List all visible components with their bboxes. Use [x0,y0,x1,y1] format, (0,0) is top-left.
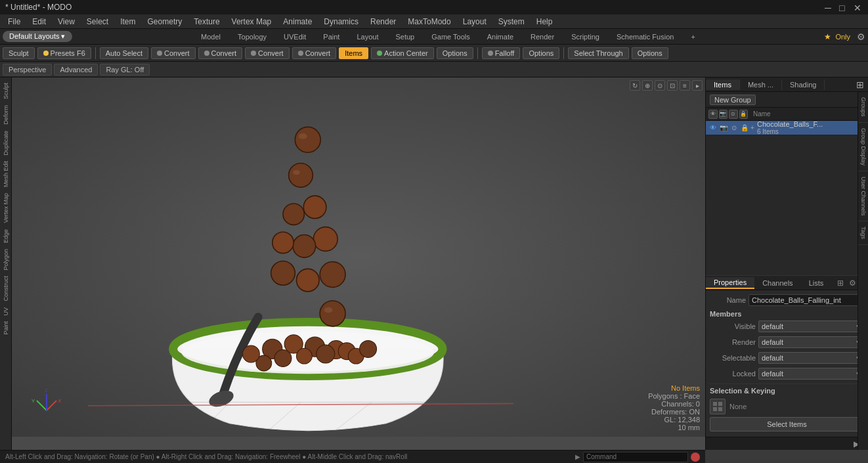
props-render-dropdown[interactable]: default ▼ [758,336,864,348]
vp-ctrl-settings[interactable]: ≡ [680,80,690,91]
props-expand-btn[interactable]: ⊞ [835,278,846,288]
left-tab-paint[interactable]: Paint [2,319,10,338]
cmd-record-btn[interactable] [691,452,700,462]
side-tab-tags[interactable]: Tags [858,221,868,245]
options-button-2[interactable]: Options [523,47,559,59]
convert-button-4[interactable]: Convert [292,47,337,59]
menu-layout[interactable]: Layout [458,16,492,28]
left-tab-sculpt[interactable]: Sculpt [2,80,10,102]
side-tab-user-channels[interactable]: User Channels [858,171,868,222]
tab-paint[interactable]: Paint [315,32,347,42]
tab-schematic-fusion[interactable]: Schematic Fusion [609,32,682,42]
item-select-icon[interactable]: ⊙ [729,123,739,133]
props-selectable-dropdown[interactable]: default ▼ [758,352,864,364]
action-center-button[interactable]: Action Center [371,47,434,59]
tab-game-tools[interactable]: Game Tools [423,32,478,42]
menu-help[interactable]: Help [531,16,558,28]
menu-render[interactable]: Render [365,16,401,28]
rp-expand-btn[interactable]: ⊞ [852,79,868,90]
new-group-button[interactable]: New Group [710,95,756,105]
falloff-button[interactable]: Falloff [482,47,521,59]
vp-ctrl-pan[interactable]: ⊕ [642,80,653,91]
side-tab-group-display[interactable]: Group Display [858,123,868,171]
viewport[interactable]: X Y Z No Items Polygons : Face Channels:… [12,77,705,450]
viewport-advanced[interactable]: Advanced [54,64,98,76]
menu-edit[interactable]: Edit [27,16,51,28]
convert-button-3[interactable]: Convert [245,47,290,59]
minimize-button[interactable]: ─ [825,3,834,12]
side-tab-groups[interactable]: Groups [858,92,868,123]
menu-animate[interactable]: Animate [278,16,317,28]
rp-tab-mesh[interactable]: Mesh ... [740,79,782,90]
tab-animate[interactable]: Animate [479,32,521,42]
item-add-icon[interactable]: + [750,124,754,131]
rp-tab-items[interactable]: Items [706,79,740,90]
left-tab-polygon[interactable]: Polygon [2,246,10,273]
left-tab-uv[interactable]: UV [2,305,10,319]
left-tab-edge[interactable]: Edge [2,227,10,246]
menu-texture[interactable]: Texture [188,16,225,28]
tab-topology[interactable]: Topology [230,32,274,42]
menu-system[interactable]: System [493,16,530,28]
gear-icon[interactable]: ⚙ [857,32,865,42]
tab-add[interactable]: + [683,32,703,42]
sel-icon-box[interactable] [710,399,726,414]
col-lock-icon[interactable]: 🔒 [739,110,749,119]
col-eye-icon[interactable]: 👁 [708,110,718,119]
menu-file[interactable]: File [3,16,26,28]
tab-render[interactable]: Render [523,32,562,42]
convert-button-1[interactable]: Convert [151,47,196,59]
item-lock-icon[interactable]: 🔒 [740,123,749,133]
vp-ctrl-frame[interactable]: ⊡ [667,80,678,91]
tab-scripting[interactable]: Scripting [563,32,607,42]
panel-expand-bottom[interactable]: ▶▶ [706,437,868,450]
items-button[interactable]: Items [339,47,368,59]
maximize-button[interactable]: □ [839,3,848,12]
select-through-button[interactable]: Select Through [568,47,628,59]
viewport-ray-off[interactable]: Ray GL: Off [100,64,150,76]
item-render-icon[interactable]: 📷 [719,123,728,133]
props-name-input[interactable] [749,294,864,306]
vp-ctrl-zoom[interactable]: ⊙ [655,80,665,91]
items-list[interactable]: 👁 📷 ⊙ 🔒 + Chocolate_Balls_F... 6 Items [706,121,868,275]
col-render-icon[interactable]: 📷 [719,110,728,119]
tab-layout[interactable]: Layout [349,32,386,42]
command-input[interactable] [583,452,688,462]
convert-button-2[interactable]: Convert [198,47,243,59]
sculpt-button[interactable]: Sculpt [3,47,35,59]
list-item[interactable]: 👁 📷 ⊙ 🔒 + Chocolate_Balls_F... 6 Items [706,121,868,135]
menu-dynamics[interactable]: Dynamics [318,16,364,28]
presets-button[interactable]: Presets F6 [37,47,91,59]
props-tab-lists[interactable]: Lists [801,278,832,288]
left-tab-mesh-edit[interactable]: Mesh Edit [2,158,10,190]
default-layouts-button[interactable]: Default Layouts ▾ [3,31,72,42]
left-tab-vertex-map[interactable]: Vertex Map [2,190,10,226]
vp-ctrl-more[interactable]: ▸ [692,80,703,91]
menu-select[interactable]: Select [81,16,114,28]
left-tab-duplicate[interactable]: Duplicate [2,128,10,158]
props-tab-channels[interactable]: Channels [754,278,800,288]
col-select-icon[interactable]: ⊙ [729,110,738,119]
menu-vertex-map[interactable]: Vertex Map [227,16,277,28]
item-eye-icon[interactable]: 👁 [708,123,718,133]
tab-model[interactable]: Model [193,32,228,42]
tab-setup[interactable]: Setup [387,32,422,42]
menu-view[interactable]: View [53,16,80,28]
left-tab-deform[interactable]: Deform [2,102,10,127]
close-button[interactable]: ✕ [854,3,863,12]
auto-select-button[interactable]: Auto Select [100,47,148,59]
options-button-3[interactable]: Options [632,47,668,59]
tab-uvedit[interactable]: UVEdit [276,32,314,42]
viewport-perspective[interactable]: Perspective [3,64,52,76]
left-tab-construct[interactable]: Construct [2,273,10,304]
props-visible-dropdown[interactable]: default ▼ [758,320,864,332]
rp-tab-shading[interactable]: Shading [782,79,825,90]
props-tab-properties[interactable]: Properties [706,277,754,289]
nav-arrow[interactable]: ▶ [575,453,580,460]
options-button-1[interactable]: Options [437,47,473,59]
menu-geometry[interactable]: Geometry [142,16,188,28]
props-locked-dropdown[interactable]: default ▼ [758,368,864,380]
select-items-button[interactable]: Select Items [710,417,864,431]
menu-item[interactable]: Item [115,16,141,28]
menu-maxtomodo[interactable]: MaxToModo [402,16,456,28]
